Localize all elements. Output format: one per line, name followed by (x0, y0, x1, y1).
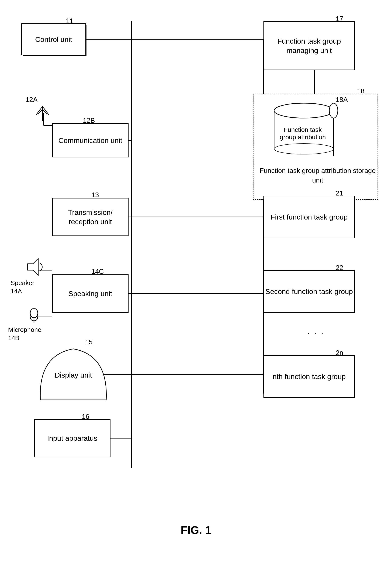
label-13: 13 (91, 191, 99, 199)
svg-point-23 (30, 308, 38, 318)
function-task-group-managing-box: Function task group managing unit (263, 21, 355, 70)
svg-text:Display unit: Display unit (55, 371, 92, 379)
attribution-storage-label: Function task group attribution storage … (258, 166, 377, 185)
second-function-box: Second function task group (263, 270, 355, 313)
communication-unit-box: Communication unit (52, 123, 129, 157)
svg-text:Function task: Function task (284, 126, 322, 133)
svg-point-27 (274, 103, 334, 118)
label-18A: 18A (336, 96, 348, 104)
svg-text:group attribution: group attribution (280, 134, 326, 140)
microphone-icon (28, 308, 40, 326)
antenna-icon (34, 102, 51, 123)
svg-point-30 (274, 144, 334, 154)
label-18: 18 (357, 87, 365, 95)
label-microphone: Microphone14B (8, 326, 41, 342)
diagram: Control unit 11 12A Communication unit 1… (0, 0, 392, 562)
label-22: 22 (336, 264, 343, 272)
label-14C: 14C (91, 268, 104, 275)
transmission-reception-box: Transmission/ reception unit (52, 198, 129, 236)
svg-marker-22 (28, 258, 38, 275)
first-function-box: First function task group (263, 196, 355, 238)
cylinder-shape: Function task group attribution (270, 102, 344, 157)
label-12B: 12B (83, 117, 95, 124)
svg-point-28 (329, 103, 338, 118)
nth-function-box: nth function task group (263, 355, 355, 398)
input-apparatus-box: Input apparatus (34, 419, 111, 457)
figure-caption: FIG. 1 (0, 524, 392, 537)
label-15: 15 (85, 338, 93, 346)
speaker-icon (21, 255, 45, 281)
label-2n: 2n (336, 349, 343, 357)
dots: · · · (307, 328, 324, 338)
label-speaker: Speaker14A (11, 279, 34, 295)
display-unit-shape: Display unit (34, 345, 112, 404)
label-16: 16 (82, 413, 90, 421)
control-unit-box: Control unit (21, 23, 86, 55)
label-17: 17 (336, 15, 343, 23)
label-21: 21 (336, 189, 343, 197)
label-11: 11 (66, 17, 74, 25)
speaking-unit-box: Speaking unit (52, 274, 129, 313)
